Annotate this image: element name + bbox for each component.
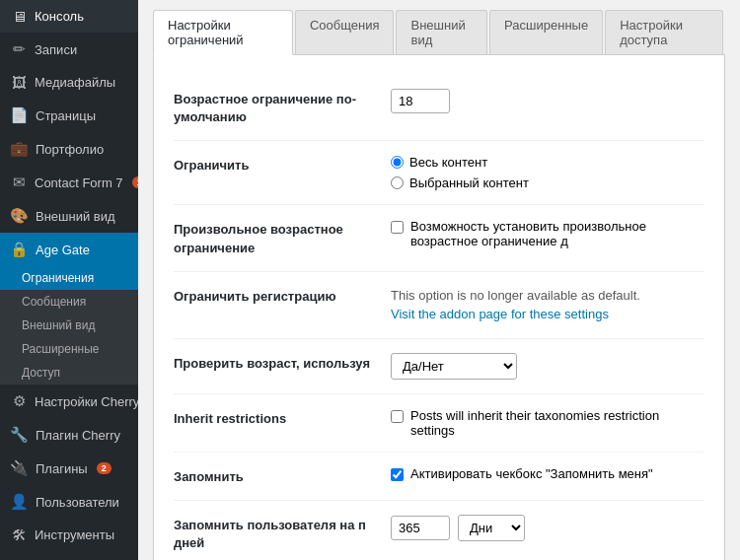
submenu-access[interactable]: Доступ — [0, 361, 138, 385]
control-remember-days: Дни Часы — [391, 515, 704, 541]
check-age-select[interactable]: Да/Нет Дата рождения — [391, 353, 517, 380]
sidebar-item-tools[interactable]: 🛠 Инструменты — [0, 519, 138, 551]
posts-icon: ✏ — [10, 40, 28, 58]
checkbox-custom-age[interactable]: Возможность установить произвольное возр… — [391, 219, 704, 248]
label-remember: Запомнить — [174, 466, 371, 486]
inherit-checkbox[interactable] — [391, 410, 404, 423]
row-restrict-registration: Ограничить регистрацию This option is no… — [174, 272, 704, 339]
sidebar-item-plugins[interactable]: 🔌 Плагины 2 — [0, 452, 138, 485]
sidebar-item-users[interactable]: 👤 Пользователи — [0, 485, 138, 519]
content-panel: Возрастное ограничение по-умолчанию Огра… — [153, 55, 725, 560]
sidebar-item-cherry-settings[interactable]: ⚙ Настройки Cherry — [0, 385, 138, 418]
agegate-submenu: Ограничения Сообщения Внешний вид Расшир… — [0, 266, 138, 385]
pages-icon: 📄 — [10, 106, 29, 124]
row-check-age: Проверить возраст, используя Да/Нет Дата… — [174, 339, 704, 394]
row-default-age: Возрастное ограничение по-умолчанию — [174, 75, 704, 141]
sidebar: 🖥 Консоль ✏ Записи 🖼 Медиафайлы 📄 Страни… — [0, 0, 138, 560]
submenu-restrictions[interactable]: Ограничения — [0, 266, 138, 290]
portfolio-icon: 💼 — [10, 140, 29, 158]
control-default-age — [391, 89, 704, 113]
tab-restrictions[interactable]: Настройки ограничений — [153, 10, 293, 55]
checkbox-inherit[interactable]: Posts will inherit their taxonomies rest… — [391, 408, 704, 438]
remember-days-inline: Дни Часы — [391, 515, 704, 541]
appearance-icon: 🎨 — [10, 207, 29, 225]
main-content: Настройки ограничений Сообщения Внешний … — [138, 0, 740, 560]
cherry-plugin-icon: 🔧 — [10, 426, 29, 444]
row-remember-days: Запомнить пользователя на п дней Дни Час… — [174, 501, 704, 560]
remember-days-unit-select[interactable]: Дни Часы — [458, 515, 525, 541]
label-custom-age: Произвольное возрастное ограничение — [174, 219, 371, 256]
agegate-icon: 🔒 — [10, 241, 29, 258]
label-default-age: Возрастное ограничение по-умолчанию — [174, 89, 371, 126]
sidebar-item-pages[interactable]: 📄 Страницы — [0, 99, 138, 132]
row-inherit: Inherit restrictions Posts will inherit … — [174, 394, 704, 453]
row-restrict: Ограничить Весь контент Выбранный контен… — [174, 141, 704, 205]
sidebar-item-media[interactable]: 🖼 Медиафайлы — [0, 66, 138, 99]
sidebar-item-posts[interactable]: ✏ Записи — [0, 33, 138, 66]
remember-days-input[interactable] — [391, 516, 450, 540]
sidebar-item-cherry-plugin[interactable]: 🔧 Плагин Cherry — [0, 418, 138, 452]
control-custom-age: Возможность установить произвольное возр… — [391, 219, 704, 248]
label-check-age: Проверить возраст, используя — [174, 353, 371, 373]
control-inherit: Posts will inherit their taxonomies rest… — [391, 408, 704, 438]
plugins-badge: 2 — [97, 462, 111, 474]
tab-appearance[interactable]: Внешний вид — [396, 10, 487, 54]
control-check-age: Да/Нет Дата рождения — [391, 353, 704, 380]
submenu-messages[interactable]: Сообщения — [0, 290, 138, 314]
label-inherit: Inherit restrictions — [174, 408, 371, 428]
plugins-icon: 🔌 — [10, 459, 29, 477]
sidebar-item-agegate[interactable]: 🔒 Age Gate — [0, 233, 138, 266]
row-custom-age: Произвольное возрастное ограничение Возм… — [174, 205, 704, 271]
cf7-icon: ✉ — [10, 174, 28, 191]
control-restrict-registration: This option is no longer available as de… — [391, 286, 704, 324]
sidebar-item-cf7[interactable]: ✉ Contact Form 7 1 — [0, 166, 138, 199]
restrict-registration-link[interactable]: Visit the addon page for these settings — [391, 307, 609, 321]
radio-selected-content-input[interactable] — [391, 176, 404, 189]
sidebar-item-settings[interactable]: ⚙ Настройки — [0, 551, 138, 560]
restrict-registration-info: This option is no longer available as de… — [391, 286, 704, 324]
submenu-appearance[interactable]: Внешний вид — [0, 314, 138, 337]
sidebar-item-console[interactable]: 🖥 Консоль — [0, 0, 138, 33]
tools-icon: 🛠 — [10, 526, 28, 543]
tabs: Настройки ограничений Сообщения Внешний … — [153, 10, 725, 55]
label-restrict-registration: Ограничить регистрацию — [174, 286, 371, 306]
submenu-advanced[interactable]: Расширенные — [0, 337, 138, 361]
tab-access[interactable]: Настройки доступа — [605, 10, 723, 54]
radio-selected-content[interactable]: Выбранный контент — [391, 175, 704, 190]
row-remember: Запомнить Активировать чекбокс "Запомнит… — [174, 453, 704, 501]
sidebar-item-portfolio[interactable]: 💼 Портфолио — [0, 132, 138, 166]
radio-all-content[interactable]: Весь контент — [391, 155, 704, 170]
default-age-input[interactable] — [391, 89, 450, 113]
users-icon: 👤 — [10, 493, 29, 511]
label-restrict: Ограничить — [174, 155, 371, 175]
label-remember-days: Запомнить пользователя на п дней — [174, 515, 371, 552]
custom-age-checkbox[interactable] — [391, 221, 404, 234]
tab-messages[interactable]: Сообщения — [295, 10, 395, 54]
control-restrict: Весь контент Выбранный контент — [391, 155, 704, 190]
control-remember: Активировать чекбокс "Запомнить меня" — [391, 466, 704, 481]
cherry-settings-icon: ⚙ — [10, 392, 28, 410]
checkbox-remember[interactable]: Активировать чекбокс "Запомнить меня" — [391, 466, 704, 481]
console-icon: 🖥 — [10, 8, 28, 25]
tab-advanced[interactable]: Расширенные — [489, 10, 603, 54]
radio-all-content-input[interactable] — [391, 156, 404, 169]
radio-group-restrict: Весь контент Выбранный контент — [391, 155, 704, 190]
media-icon: 🖼 — [10, 74, 28, 91]
remember-checkbox[interactable] — [391, 468, 404, 481]
sidebar-item-appearance[interactable]: 🎨 Внешний вид — [0, 199, 138, 233]
